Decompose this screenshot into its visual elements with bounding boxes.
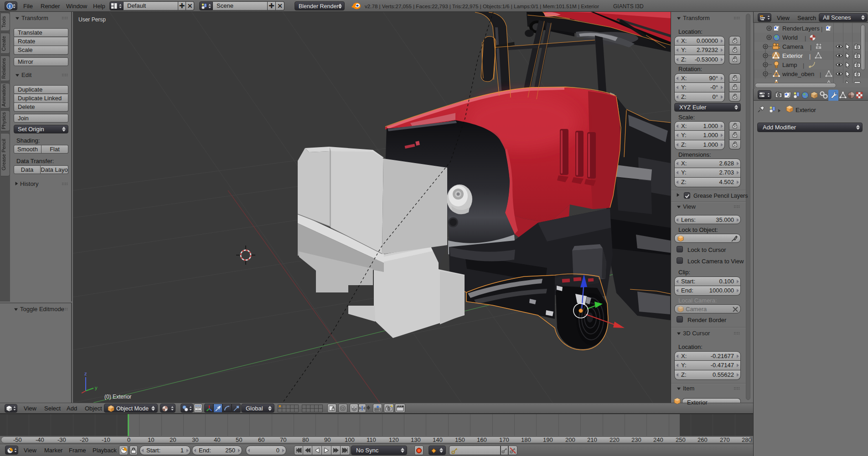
svg-text:z: z xyxy=(84,371,87,376)
svg-text:i: i xyxy=(9,4,10,9)
svg-text:y: y xyxy=(95,385,98,390)
